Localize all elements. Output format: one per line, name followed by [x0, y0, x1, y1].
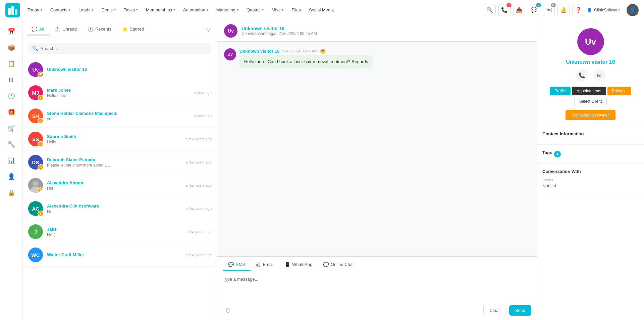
sidebar-box[interactable]: 📦 [4, 40, 19, 55]
menu-memberships[interactable]: Memberships ▾ [143, 5, 178, 14]
tags-section: Tags + [537, 145, 644, 164]
channel-email[interactable]: @ Email [251, 259, 279, 271]
svg-rect-2 [11, 6, 14, 15]
tab-unread[interactable]: 📩 Unread [50, 24, 82, 35]
menu-automation[interactable]: Automation ▾ [180, 5, 212, 14]
profile-actions: 📞 ✉ [576, 69, 605, 81]
sidebar-user[interactable]: 👤 [4, 169, 19, 184]
profile-tab-appointments[interactable]: Appointments [572, 87, 606, 95]
profile-tab-profile[interactable]: Profile [550, 87, 571, 95]
chat-badge-sms: S [38, 164, 44, 170]
sidebar-calendar[interactable]: 📅 [4, 24, 19, 39]
menu-files[interactable]: Files [288, 5, 304, 14]
menu-leads[interactable]: Leads ▾ [75, 5, 97, 14]
message-compose: 💬 SMS @ Email 📱 WhatsApp 💭 Online Chat [217, 256, 537, 320]
message-sender: Uv Unknown visitor 16 21/05/2024 09:25 A… [224, 48, 530, 68]
sidebar-copy[interactable]: 📋 [4, 56, 19, 71]
app-logo[interactable] [5, 3, 20, 17]
chat-time: a year ago [194, 114, 212, 118]
search-input[interactable] [41, 46, 208, 51]
chat-list-panel: 💬 All 📩 Unread 🕐 Recents ⭐ Starred ▽ [23, 20, 217, 320]
menu-today[interactable]: Today ▾ [24, 5, 46, 14]
chat-time: a few years ago [185, 253, 212, 257]
sidebar-chart[interactable]: 📊 [4, 153, 19, 168]
chat-header-sub: Conversation began 21/05/2024 09:25 AM [241, 31, 530, 36]
messages-button[interactable]: 💌 0 [543, 4, 555, 16]
help-button[interactable]: ❓ [572, 4, 584, 16]
add-tag-button[interactable]: + [554, 151, 561, 157]
chat-name: Walter Craft Miller [47, 252, 181, 257]
phone-badge: 1 [506, 3, 512, 7]
send-button[interactable]: Send [509, 305, 531, 316]
chat-badge-sms: 💬 [38, 72, 44, 78]
sidebar-tools[interactable]: 🔧 [4, 137, 19, 152]
brand-button[interactable]: 👤 ClinicSoftware [587, 8, 620, 12]
phone-button[interactable]: 📞 1 [498, 4, 511, 16]
list-item[interactable]: DS S Deborah Slater Estrada Please let m… [23, 151, 217, 174]
channel-whatsapp-label: WhatsApp [292, 262, 312, 267]
filter-icon[interactable]: ▽ [204, 24, 213, 35]
brand-name: ClinicSoftware [594, 8, 620, 12]
search-input-wrap: 🔍 [28, 43, 212, 54]
sidebar-history[interactable]: 🕐 [4, 89, 19, 103]
layers-icon-button[interactable]: ⬡ [223, 305, 233, 316]
chat-name: Alexandru Abram [47, 180, 181, 185]
channel-online-chat[interactable]: 💭 Online Chat [318, 259, 359, 271]
search-button[interactable]: 🔍 [484, 4, 496, 16]
chat-name: Stone Holder Clemons Maciupiciu [47, 111, 190, 116]
compose-footer: ⬡ Clear Send [217, 302, 537, 320]
chat-time: a few years ago [185, 137, 212, 141]
svg-rect-1 [8, 8, 11, 15]
user-avatar[interactable]: 👤 [627, 4, 639, 16]
conversation-owner-button[interactable]: Conversation Owner [566, 110, 615, 120]
list-item[interactable]: S Alexandru Abram Hi!! a few years ago [23, 174, 217, 197]
menu-deals[interactable]: Deals ▾ [98, 5, 119, 14]
chat-preview: Please let me know more about L... [47, 163, 181, 168]
message-group: Uv Unknown visitor 16 21/05/2024 09:25 A… [224, 48, 530, 68]
sidebar-gift[interactable]: 🎁 [4, 105, 19, 120]
menu-social-media[interactable]: Social Media [306, 5, 337, 14]
chat-info: Sabrina Smith Hello [47, 134, 181, 144]
channel-whatsapp[interactable]: 📱 WhatsApp [279, 259, 318, 271]
menu-contacts[interactable]: Contacts ▾ [47, 5, 74, 14]
sidebar-lock[interactable]: 🔒 [4, 185, 19, 200]
avatar: SH S [28, 108, 43, 123]
inbox-button[interactable]: 📥 [513, 4, 525, 16]
chat-badge-sms: S [38, 141, 44, 147]
chat-name: Jake [47, 227, 181, 232]
menu-tasks[interactable]: Tasks ▾ [120, 5, 141, 14]
list-item[interactable]: J Jake Hi! :) a few years ago [23, 220, 217, 243]
notifications-button[interactable]: 🔔 [557, 4, 570, 16]
chat-main-panel: Uv Unknown visitor 16 Conversation began… [217, 20, 537, 320]
message-time: 21/05/2024 09:25 AM [282, 49, 317, 53]
chat-header-name: Unknown visitor 16 [241, 26, 530, 31]
menu-marketing[interactable]: Marketing ▾ [213, 5, 242, 14]
email-button[interactable]: ✉ [593, 69, 605, 81]
svg-rect-3 [15, 9, 17, 15]
profile-tab-select-client[interactable]: Select Client [574, 97, 607, 106]
tab-all-label: All [39, 27, 44, 32]
list-item[interactable]: SH S Stone Holder Clemons Maciupiciu yrs… [23, 104, 217, 128]
list-item[interactable]: WC Walter Craft Miller a few years ago [23, 243, 217, 267]
menu-quotes[interactable]: Quotes ▾ [243, 5, 267, 14]
list-item[interactable]: MJ S Mark Jones Hello mate a year ago [23, 81, 217, 104]
channel-sms[interactable]: 💬 SMS [223, 259, 251, 271]
chevron-down-icon: ▾ [114, 8, 116, 12]
list-item[interactable]: Uv 💬 Unknown visitor 16 [23, 58, 217, 81]
menu-misc[interactable]: Misc ▾ [268, 5, 287, 14]
call-button[interactable]: 📞 [576, 69, 588, 81]
sidebar-cart[interactable]: 🛒 [4, 121, 19, 136]
list-item[interactable]: SS S Sabrina Smith Hello a few years ago [23, 128, 217, 151]
tab-recents[interactable]: 🕐 Recents [83, 24, 116, 35]
list-item[interactable]: AC S Alexandra Clinicsoftware Hi a few y… [23, 197, 217, 220]
chat-button[interactable]: 💬 2 [528, 4, 540, 16]
tab-starred[interactable]: ⭐ Starred [117, 24, 149, 35]
compose-textarea[interactable] [223, 277, 531, 297]
message-bubble: Hello there! Can I book a laser hair rem… [239, 55, 373, 68]
profile-tab-balance[interactable]: Balance [607, 87, 631, 95]
conversation-with-section: Conversation With Owner Not set [537, 164, 644, 194]
clear-button[interactable]: Clear [483, 305, 506, 316]
starred-tab-icon: ⭐ [122, 27, 128, 32]
sidebar-calendar2[interactable]: 🗓 [4, 73, 19, 87]
tab-all[interactable]: 💬 All [27, 24, 49, 35]
